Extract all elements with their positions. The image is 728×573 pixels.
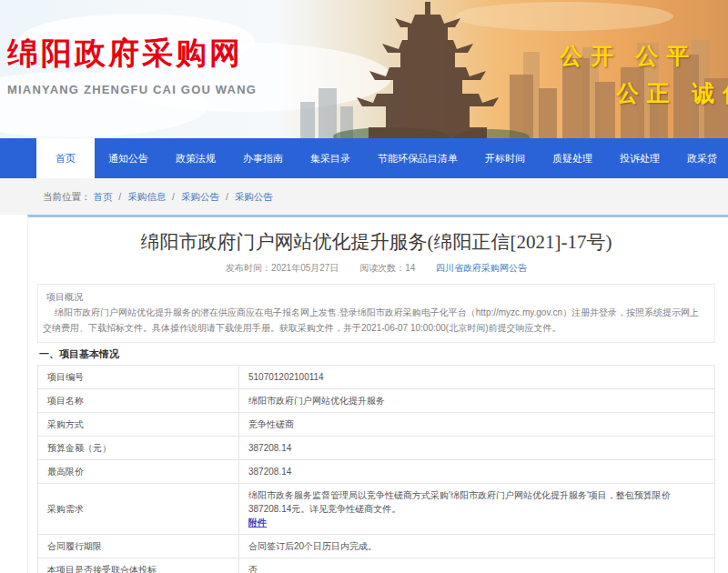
table-row: 预算金额（元） 387208.14 xyxy=(38,437,715,460)
breadcrumb-link-notice[interactable]: 采购公告 xyxy=(181,191,219,202)
site-brand: 绵阳政府采购网 MIANYANG ZHENGFU CAI GOU WANG xyxy=(7,33,257,96)
field-label: 合同履行期限 xyxy=(38,535,239,558)
field-label: 项目编号 xyxy=(38,366,239,389)
nav-tab-home[interactable]: 首页 xyxy=(36,138,95,178)
table-row: 最高限价 387208.14 xyxy=(38,460,715,484)
field-value: 绵阳市政务服务监督管理局以竞争性磋商方式采购'绵阳市政府门户网站优化提升服务'项… xyxy=(239,484,715,535)
breadcrumb-separator: / xyxy=(222,191,232,202)
overview-text: 绵阳市政府门户网站优化提升服务的潜在供应商应在电子报名网上发售.登录绵阳市政府采… xyxy=(43,305,703,336)
breadcrumb-separator: / xyxy=(168,191,178,202)
breadcrumb-link-home[interactable]: 首页 xyxy=(93,191,112,202)
breadcrumb-link-info[interactable]: 采购信息 xyxy=(127,191,166,202)
field-label: 本项目是否接受联合体投标 xyxy=(38,558,239,573)
field-value: 竞争性磋商 xyxy=(239,413,715,437)
field-value: 387208.14 xyxy=(239,437,715,460)
overview-title: 项目概况 xyxy=(43,289,703,305)
nav-tab-complaint[interactable]: 投诉处理 xyxy=(606,138,673,178)
section1-heading: 一、项目基本情况 xyxy=(37,343,715,365)
table-row: 项目编号 510701202100114 xyxy=(38,366,715,389)
main-nav: 首页 通知公告 政策法规 办事指南 集采目录 节能环保品目清单 开标时间 质疑处… xyxy=(0,138,728,178)
breadcrumb-label: 当前位置： xyxy=(43,191,91,202)
nav-tab-bid-opening[interactable]: 开标时间 xyxy=(471,138,539,178)
article-meta: 发布时间：2021年05月27日 阅读次数：14 四川省政府采购网公告 xyxy=(37,262,715,275)
breadcrumb-bar: 当前位置： 首页 / 采购信息 / 采购公告 / 采购公告 xyxy=(0,178,728,215)
demand-text: 绵阳市政务服务监督管理局以竞争性磋商方式采购'绵阳市政府门户网站优化提升服务'项… xyxy=(248,490,671,514)
page: 绵阳政府采购网 MIANYANG ZHENGFU CAI GOU WANG 公开… xyxy=(0,0,728,573)
breadcrumb-link-notice2[interactable]: 采购公告 xyxy=(235,191,273,202)
table-row: 采购方式 竞争性磋商 xyxy=(38,413,715,437)
field-label: 预算金额（元） xyxy=(38,437,239,460)
article-title: 绵阳市政府门户网站优化提升服务(绵阳正信[2021]-17号) xyxy=(37,229,715,255)
nav-list: 首页 通知公告 政策法规 办事指南 集采目录 节能环保品目清单 开标时间 质疑处… xyxy=(36,138,728,178)
read-count: 阅读次数：14 xyxy=(359,263,415,273)
field-value: 否 xyxy=(239,558,715,573)
site-title: 绵阳政府采购网 xyxy=(7,33,257,75)
field-value: 510701202100114 xyxy=(239,366,715,389)
table-row: 本项目是否接受联合体投标 否 xyxy=(38,558,715,573)
source-announcement-link[interactable]: 四川省政府采购网公告 xyxy=(436,263,527,273)
project-info-table: 项目编号 510701202100114 项目名称 绵阳市政府门户网站优化提升服… xyxy=(37,365,715,573)
table-row: 采购需求 绵阳市政务服务监督管理局以竞争性磋商方式采购'绵阳市政府门户网站优化提… xyxy=(38,484,715,535)
field-value: 合同签订后20个日历日内完成。 xyxy=(239,535,715,558)
nav-tab-catalog[interactable]: 集采目录 xyxy=(297,138,364,178)
breadcrumb-separator: / xyxy=(115,191,125,202)
table-row: 项目名称 绵阳市政府门户网站优化提升服务 xyxy=(38,389,715,413)
site-subtitle: MIANYANG ZHENGFU CAI GOU WANG xyxy=(7,83,257,96)
table-row: 合同履行期限 合同签订后20个日历日内完成。 xyxy=(38,535,715,558)
nav-tab-guide[interactable]: 办事指南 xyxy=(229,138,297,178)
field-value: 387208.14 xyxy=(239,460,715,484)
attachment-link[interactable]: 附件 xyxy=(248,518,267,528)
nav-tab-gov-loan[interactable]: 政采贷 xyxy=(673,138,728,178)
field-value: 绵阳市政府门户网站优化提升服务 xyxy=(239,389,715,413)
field-label: 采购需求 xyxy=(38,484,239,535)
field-label: 采购方式 xyxy=(38,413,239,437)
content-panel: 绵阳市政府门户网站优化提升服务(绵阳正信[2021]-17号) 发布时间：202… xyxy=(27,215,728,573)
field-label: 最高限价 xyxy=(38,460,239,484)
nav-tab-notice[interactable]: 通知公告 xyxy=(95,138,162,178)
publish-time: 发布时间：2021年05月27日 xyxy=(226,263,339,273)
nav-tab-policy[interactable]: 政策法规 xyxy=(162,138,229,178)
project-overview-box: 项目概况 绵阳市政府门户网站优化提升服务的潜在供应商应在电子报名网上发售.登录绵… xyxy=(37,284,715,343)
site-banner: 绵阳政府采购网 MIANYANG ZHENGFU CAI GOU WANG 公开… xyxy=(0,0,728,138)
nav-tab-query[interactable]: 质疑处理 xyxy=(539,138,606,178)
slogan-line-2: 公正 诚信 xyxy=(616,78,728,108)
slogan-line-1: 公开 公平 xyxy=(560,41,697,71)
field-label: 项目名称 xyxy=(38,389,239,413)
nav-tab-energy-list[interactable]: 节能环保品目清单 xyxy=(364,138,471,178)
